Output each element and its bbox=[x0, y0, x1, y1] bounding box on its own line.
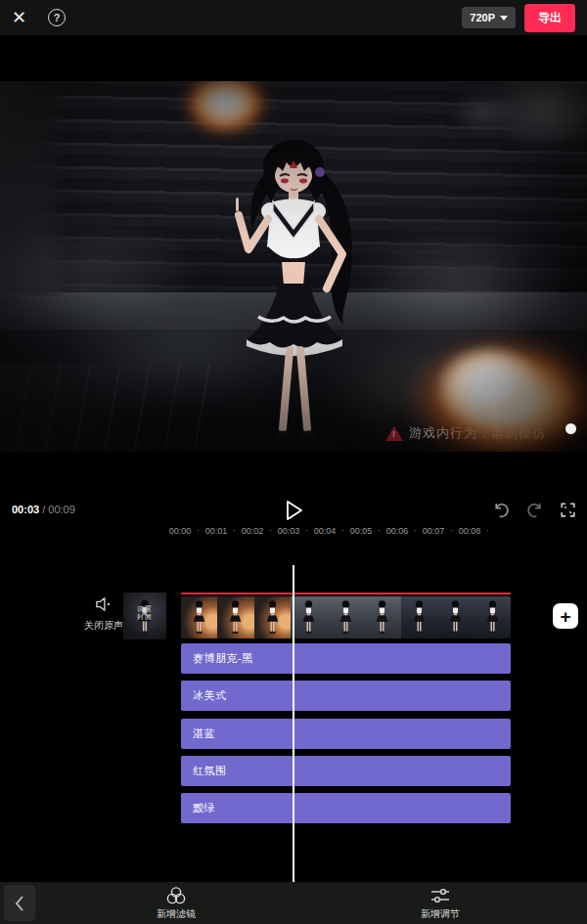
video-editor-app: ✕ ? 720P 导出 bbox=[0, 0, 587, 924]
current-time: 00:03 bbox=[12, 504, 39, 515]
ruler-label: 00:07 bbox=[423, 526, 445, 536]
watermark-dot bbox=[565, 423, 576, 434]
ruler-label: 00:01 bbox=[205, 526, 228, 536]
adjust-sliders-icon bbox=[429, 886, 451, 905]
add-clip-button[interactable]: + bbox=[553, 603, 578, 629]
mute-original-sound-button[interactable]: 关闭原声 bbox=[78, 596, 129, 633]
cover-thumbnail[interactable]: 设置封面 bbox=[123, 593, 166, 639]
total-time: 00:09 bbox=[48, 504, 75, 515]
ruler-dot: · bbox=[378, 525, 381, 536]
film-frame bbox=[328, 596, 364, 638]
redo-icon[interactable] bbox=[525, 501, 544, 519]
top-bar: ✕ ? 720P 导出 bbox=[0, 0, 587, 35]
playhead bbox=[293, 565, 294, 882]
bottom-toolbar: 新增滤镜 新增调节 bbox=[0, 882, 587, 924]
play-button[interactable] bbox=[285, 500, 304, 521]
playback-controls: 00:03 / 00:09 bbox=[0, 494, 587, 525]
effect-track-label: 赛博朋克-黑 bbox=[181, 643, 511, 674]
film-frame bbox=[437, 596, 474, 638]
time-separator: / bbox=[42, 504, 45, 515]
speaker-icon bbox=[94, 596, 113, 612]
ruler-label: 00:05 bbox=[350, 526, 373, 536]
add-filter-label: 新增滤镜 bbox=[157, 907, 196, 921]
ruler-dot: · bbox=[450, 525, 453, 536]
edit-controls bbox=[492, 501, 577, 519]
video-clip-filmstrip[interactable] bbox=[181, 596, 511, 638]
video-preview[interactable]: 游戏内行为，请勿模仿 bbox=[0, 81, 587, 452]
ruler-dot: · bbox=[233, 525, 236, 536]
effect-track[interactable]: 湛蓝 bbox=[181, 719, 511, 749]
film-frame bbox=[474, 596, 511, 638]
film-frame bbox=[401, 596, 437, 638]
export-button[interactable]: 导出 bbox=[524, 4, 575, 32]
vignette-overlay bbox=[0, 81, 587, 452]
effect-track[interactable]: 冰美式 bbox=[181, 681, 511, 711]
cover-label: 设置封面 bbox=[137, 605, 153, 621]
close-icon[interactable]: ✕ bbox=[12, 9, 26, 26]
ruler-dot: · bbox=[197, 525, 200, 536]
effect-track[interactable]: 赛博朋克-黑 bbox=[181, 643, 511, 674]
time-ruler[interactable]: 00:00·00:01·00:02·00:03·00:04·00:05·00:0… bbox=[0, 526, 587, 540]
help-icon[interactable]: ? bbox=[48, 9, 66, 26]
effect-track-label: 湛蓝 bbox=[181, 719, 511, 749]
resolution-dropdown[interactable]: 720P bbox=[462, 7, 516, 28]
ruler-dot: · bbox=[341, 525, 344, 536]
filter-icon bbox=[165, 886, 187, 905]
ruler-label: 00:00 bbox=[169, 526, 192, 536]
fullscreen-icon[interactable] bbox=[559, 501, 577, 519]
resolution-value: 720P bbox=[470, 12, 495, 23]
ruler-label: 00:08 bbox=[459, 526, 481, 536]
chevron-down-icon bbox=[500, 16, 508, 21]
film-frame bbox=[181, 596, 217, 638]
film-frame bbox=[254, 596, 291, 638]
chevron-left-icon bbox=[13, 891, 26, 916]
add-adjustment-label: 新增调节 bbox=[421, 907, 460, 921]
ruler-label: 00:04 bbox=[314, 526, 337, 536]
ruler-dot: · bbox=[414, 525, 417, 536]
ruler-label: 00:02 bbox=[242, 526, 264, 536]
ruler-dot: · bbox=[486, 525, 489, 536]
mute-label: 关闭原声 bbox=[78, 619, 129, 633]
back-button[interactable] bbox=[4, 885, 35, 921]
audio-indicator-line bbox=[181, 593, 511, 594]
undo-icon[interactable] bbox=[492, 501, 511, 519]
add-adjustment-button[interactable]: 新增调节 bbox=[396, 886, 484, 921]
ruler-label: 00:06 bbox=[386, 526, 409, 536]
effect-track-label: 黢绿 bbox=[181, 793, 511, 823]
effect-track[interactable]: 红氛围 bbox=[181, 756, 511, 786]
film-frame bbox=[291, 596, 327, 638]
film-frame bbox=[217, 596, 253, 638]
ruler-dot: · bbox=[305, 525, 308, 536]
effect-track-label: 冰美式 bbox=[181, 681, 511, 711]
time-display: 00:03 / 00:09 bbox=[12, 504, 75, 515]
add-filter-button[interactable]: 新增滤镜 bbox=[132, 886, 220, 921]
film-frame bbox=[364, 596, 400, 638]
ruler-label: 00:03 bbox=[278, 526, 300, 536]
effect-track[interactable]: 黢绿 bbox=[181, 793, 511, 823]
ruler-dot: · bbox=[269, 525, 272, 536]
effect-track-label: 红氛围 bbox=[181, 756, 511, 786]
